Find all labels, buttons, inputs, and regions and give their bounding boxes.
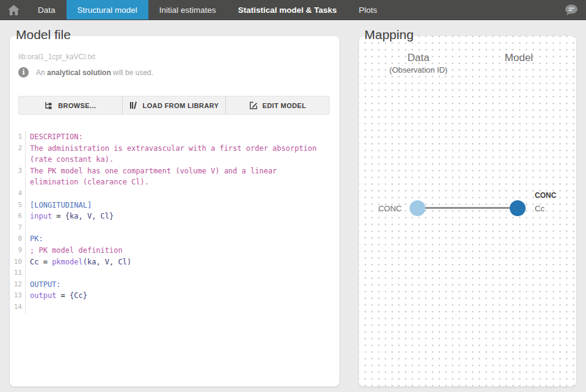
- load-from-library-button[interactable]: LOAD FROM LIBRARY: [122, 96, 226, 114]
- code-line: [26, 188, 30, 200]
- line-number: 4: [10, 188, 26, 200]
- edit-model-button[interactable]: EDIT MODEL: [225, 96, 329, 114]
- line-number: 9: [10, 245, 26, 256]
- model-filename: lib:oral1_1cpt_kaVCl.txt: [18, 53, 95, 61]
- mapping-data-observation-label: CONC: [365, 204, 402, 213]
- code-line: elimination (clearance Cl).: [26, 176, 149, 188]
- code-line: (rate constant ka).: [26, 154, 114, 165]
- code-line: ; PK model definition: [26, 245, 123, 256]
- sitemap-icon: [45, 101, 53, 109]
- code-line: DESCRIPTION:: [26, 131, 83, 143]
- line-number: 6: [10, 211, 26, 222]
- code-row: 1DESCRIPTION:: [10, 131, 330, 143]
- library-icon: [129, 101, 138, 109]
- code-row: (rate constant ka).: [10, 154, 330, 165]
- code-line: PK:: [26, 233, 43, 245]
- code-row: 5[LONGITUDINAL]: [10, 200, 330, 211]
- code-row: 2The administration is extravascular wit…: [10, 143, 330, 154]
- line-number: 5: [10, 200, 26, 211]
- model-info-row: i An analytical solution will be used.: [18, 67, 153, 78]
- nav-tab-structural-model[interactable]: Structural model: [67, 0, 148, 20]
- code-row: 9; PK model definition: [10, 245, 330, 256]
- line-number: 13: [10, 290, 26, 302]
- line-number: 10: [10, 256, 26, 268]
- code-row: 13output = {Cc}: [10, 290, 330, 302]
- code-row: 14: [10, 302, 330, 313]
- mapping-model-observation-name: CONC: [535, 191, 556, 200]
- code-line: Cc = pkmodel(ka, V, Cl): [26, 256, 131, 268]
- browse-button[interactable]: BROWSE...: [19, 96, 122, 114]
- line-number: 11: [10, 267, 26, 279]
- nav-tabs: DataStructural modelInitial estimatesSta…: [27, 0, 388, 20]
- line-number: 8: [10, 233, 26, 245]
- data-column-label: Data: [383, 52, 454, 64]
- code-line: output = {Cc}: [26, 290, 87, 302]
- code-row: 10Cc = pkmodel(ka, V, Cl): [10, 256, 330, 268]
- code-line: [26, 222, 30, 234]
- nav-tab-statistical-model-tasks[interactable]: Statistical model & Tasks: [227, 0, 348, 20]
- home-button[interactable]: [0, 0, 27, 20]
- line-number: 2: [10, 143, 26, 154]
- mapping-model-column-header: Model: [485, 52, 552, 64]
- code-row: 11: [10, 267, 330, 279]
- top-navigation-bar: DataStructural modelInitial estimatesSta…: [0, 0, 586, 20]
- home-icon: [8, 5, 20, 15]
- button-label: BROWSE...: [58, 102, 96, 109]
- model-file-button-bar: BROWSE...LOAD FROM LIBRARYEDIT MODEL: [18, 96, 330, 115]
- code-line: [26, 302, 30, 313]
- nav-right-section: [564, 0, 586, 20]
- code-line: The administration is extravascular with…: [26, 143, 317, 154]
- line-number: [10, 176, 26, 188]
- chat-bubble-icon[interactable]: [564, 4, 579, 16]
- line-number: 12: [10, 279, 26, 291]
- code-line: The PK model has one compartment (volume…: [26, 165, 277, 177]
- code-row: 8PK:: [10, 233, 330, 245]
- edit-icon: [249, 101, 258, 110]
- code-row: 4: [10, 188, 330, 200]
- line-number: 3: [10, 165, 26, 177]
- code-row: 3The PK model has one compartment (volum…: [10, 165, 330, 177]
- nav-tab-initial-estimates[interactable]: Initial estimates: [148, 0, 227, 20]
- button-label: LOAD FROM LIBRARY: [143, 102, 219, 109]
- code-line: [LONGITUDINAL]: [26, 200, 92, 211]
- line-number: [10, 154, 26, 165]
- code-row: 12OUTPUT:: [10, 279, 330, 291]
- model-column-label: Model: [485, 52, 552, 64]
- mapping-model-output-name: Cc: [535, 204, 544, 213]
- line-number: 14: [10, 302, 26, 313]
- code-line: [26, 267, 30, 279]
- mapping-connector-line: [418, 207, 518, 209]
- model-file-title: Model file: [16, 27, 71, 42]
- code-row: elimination (clearance Cl).: [10, 176, 330, 188]
- model-code-editor[interactable]: 1DESCRIPTION:2The administration is extr…: [10, 131, 330, 313]
- line-number: 7: [10, 222, 26, 234]
- nav-tab-plots[interactable]: Plots: [348, 0, 388, 20]
- code-line: OUTPUT:: [26, 279, 61, 291]
- button-label: EDIT MODEL: [262, 102, 306, 109]
- mapping-title: Mapping: [364, 27, 414, 42]
- line-number: 1: [10, 131, 26, 143]
- mapping-model-node[interactable]: [510, 200, 526, 216]
- data-column-sublabel: (Observation ID): [383, 65, 454, 74]
- mapping-data-column-header: Data (Observation ID): [383, 52, 454, 74]
- code-row: 7: [10, 222, 330, 234]
- mapping-data-node[interactable]: [410, 200, 425, 216]
- code-line: input = {ka, V, Cl}: [26, 211, 114, 222]
- code-row: 6input = {ka, V, Cl}: [10, 211, 330, 222]
- nav-tab-data[interactable]: Data: [27, 0, 67, 20]
- info-icon[interactable]: i: [18, 67, 29, 78]
- info-text: An analytical solution will be used.: [36, 68, 153, 77]
